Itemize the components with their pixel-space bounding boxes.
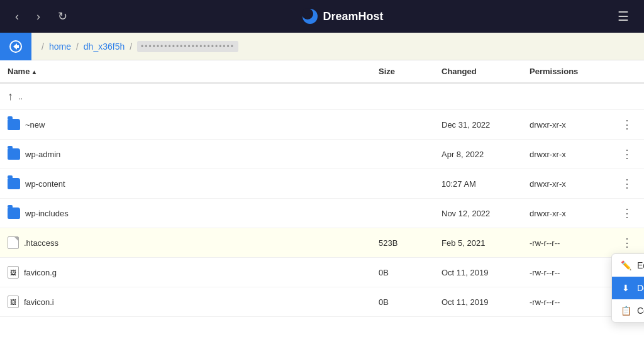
actions-button[interactable]: ⋮ xyxy=(618,175,636,192)
context-menu-item[interactable]: ⬇ Download xyxy=(612,277,644,299)
table-row: favicon.g 0BOct 11, 2019-rw-r--r--⋮ xyxy=(0,258,644,287)
file-name-cell: wp-content xyxy=(8,178,364,189)
main-content: Name▲ Size Changed Permissions ↑ .. ~new… xyxy=(0,60,644,354)
col-header-actions xyxy=(610,60,644,83)
file-changed: Oct 11, 2019 xyxy=(434,258,522,287)
file-actions-cell: ⋮ xyxy=(610,169,644,199)
forward-icon: › xyxy=(36,10,40,23)
home-button[interactable] xyxy=(0,33,31,60)
file-permissions: -rw-r--r-- xyxy=(522,287,610,317)
folder-icon xyxy=(8,148,20,160)
file-size xyxy=(371,83,434,110)
file-changed xyxy=(434,83,522,110)
table-row: wp-content 10:27 AMdrwxr-xr-x⋮ xyxy=(0,169,644,199)
breadcrumb-bar: / home / dh_x36f5h / •••••••••••••••••••… xyxy=(0,33,644,60)
file-changed: Apr 8, 2022 xyxy=(434,140,522,169)
col-header-name[interactable]: Name▲ xyxy=(0,60,371,83)
table-header-row: Name▲ Size Changed Permissions xyxy=(0,60,644,83)
file-name-cell: wp-admin xyxy=(8,148,364,160)
file-size: 0B xyxy=(371,287,434,317)
actions-button[interactable]: ⋮ xyxy=(618,205,636,221)
refresh-button[interactable]: ↻ xyxy=(53,7,72,26)
table-row: .htaccess 523BFeb 5, 2021-rw-r--r--⋮✏️ E… xyxy=(0,228,644,258)
brand-logo: DreamHost xyxy=(301,8,383,25)
context-menu: ✏️ Edit⬇ Download📋 Copy Name xyxy=(611,253,644,323)
file-changed: Oct 11, 2019 xyxy=(434,287,522,317)
file-name: wp-admin xyxy=(25,150,60,159)
col-header-size: Size xyxy=(371,60,434,83)
context-menu-item[interactable]: 📋 Copy Name xyxy=(612,299,644,322)
file-actions-cell: ⋮ xyxy=(610,110,644,140)
breadcrumb-sep-2: / xyxy=(76,41,79,52)
file-size xyxy=(371,110,434,140)
file-name: favicon.i xyxy=(24,297,54,307)
table-row: wp-includes Nov 12, 2022drwxr-xr-x⋮ xyxy=(0,199,644,228)
breadcrumb-home[interactable]: home xyxy=(49,41,71,52)
breadcrumb-user[interactable]: dh_x36f5h xyxy=(84,41,125,52)
menu-button[interactable]: ☰ xyxy=(613,6,634,26)
file-permissions: drwxr-xr-x xyxy=(522,169,610,199)
breadcrumb-domain: •••••••••••••••••••••••• xyxy=(137,41,238,52)
menu-item-label: Edit xyxy=(637,260,644,270)
breadcrumb-sep-1: / xyxy=(42,41,44,52)
context-menu-item[interactable]: ✏️ Edit xyxy=(612,254,644,277)
file-name: wp-content xyxy=(25,179,65,189)
file-name-cell: ~new xyxy=(8,119,364,130)
image-file-icon xyxy=(8,266,19,279)
file-permissions: drwxr-xr-x xyxy=(522,199,610,228)
back-icon: ‹ xyxy=(15,10,19,23)
nav-left: ‹ › ↻ xyxy=(10,7,72,26)
breadcrumb: / home / dh_x36f5h / •••••••••••••••••••… xyxy=(31,41,246,52)
table-row: ↑ .. xyxy=(0,83,644,110)
file-permissions: drwxr-xr-x xyxy=(522,110,610,140)
folder-icon xyxy=(8,119,20,130)
hamburger-icon: ☰ xyxy=(618,9,629,23)
svg-rect-3 xyxy=(16,45,19,48)
top-nav: ‹ › ↻ DreamHost ☰ xyxy=(0,0,644,33)
folder-icon xyxy=(8,178,20,189)
file-permissions: -rw-r--r-- xyxy=(522,228,610,258)
moon-icon xyxy=(301,8,319,25)
file-size: 523B xyxy=(371,228,434,258)
file-name: .. xyxy=(18,92,23,101)
file-name-cell: ↑ .. xyxy=(8,90,364,103)
parent-dir-icon: ↑ xyxy=(8,90,13,103)
menu-item-icon: ✏️ xyxy=(621,260,631,270)
folder-icon xyxy=(8,207,20,219)
breadcrumb-sep-3: / xyxy=(130,41,132,52)
file-changed: 10:27 AM xyxy=(434,169,522,199)
file-size: 0B xyxy=(371,258,434,287)
table-row: favicon.i 0BOct 11, 2019-rw-r--r--⋮ xyxy=(0,287,644,317)
file-rows: ↑ .. ~new Dec 31, 2022drwxr-xr-x⋮ wp-adm… xyxy=(0,83,644,317)
actions-button[interactable]: ⋮ xyxy=(618,146,636,162)
back-button[interactable]: ‹ xyxy=(10,8,24,26)
table-row: ~new Dec 31, 2022drwxr-xr-x⋮ xyxy=(0,110,644,140)
file-name: favicon.g xyxy=(24,268,57,277)
col-header-permissions: Permissions xyxy=(522,60,610,83)
file-size xyxy=(371,199,434,228)
file-name-cell: wp-includes xyxy=(8,207,364,219)
file-actions-cell: ⋮ xyxy=(610,199,644,228)
image-file-icon xyxy=(8,296,19,308)
menu-item-label: Copy Name xyxy=(637,306,644,316)
file-permissions: -rw-r--r-- xyxy=(522,258,610,287)
file-name: wp-includes xyxy=(25,209,69,218)
file-name: .htaccess xyxy=(24,238,58,248)
file-size xyxy=(371,140,434,169)
file-name-cell: favicon.g xyxy=(8,266,364,279)
file-permissions xyxy=(522,83,610,110)
file-actions-cell: ⋮✏️ Edit⬇ Download📋 Copy Name xyxy=(610,228,644,258)
actions-button[interactable]: ⋮ xyxy=(618,116,636,133)
home-back-icon xyxy=(9,40,23,53)
menu-item-label: Download xyxy=(637,283,644,293)
actions-button[interactable]: ⋮ xyxy=(618,235,636,251)
forward-button[interactable]: › xyxy=(31,8,45,26)
file-actions-cell xyxy=(610,83,644,110)
file-name-cell: favicon.i xyxy=(8,296,364,308)
file-permissions: drwxr-xr-x xyxy=(522,140,610,169)
menu-item-icon: ⬇ xyxy=(621,283,631,293)
file-changed: Dec 31, 2022 xyxy=(434,110,522,140)
file-changed: Nov 12, 2022 xyxy=(434,199,522,228)
file-name-cell: .htaccess xyxy=(8,236,364,249)
brand-name: DreamHost xyxy=(323,10,383,23)
